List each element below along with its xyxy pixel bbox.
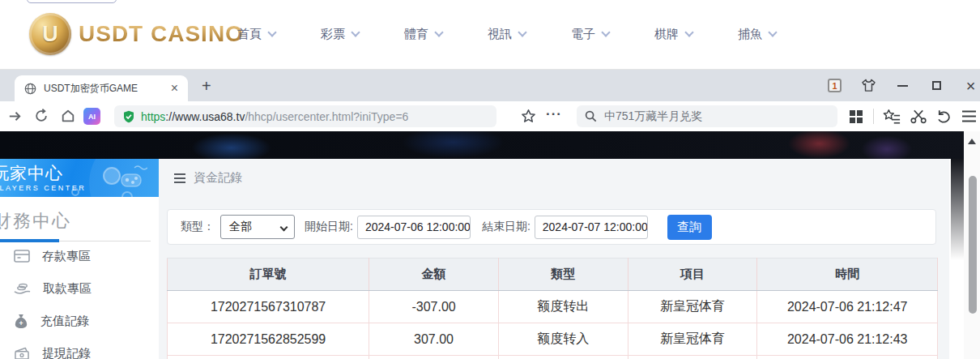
tab-count-badge: 1: [828, 79, 842, 92]
chevron-down-icon: [280, 224, 288, 232]
sidebar-menu: 存款專區 取款專區 + 充值記錄: [0, 240, 159, 359]
type-select[interactable]: 全部: [220, 215, 295, 239]
deco-circle: [71, 188, 79, 196]
nav-item-lottery[interactable]: 彩票: [321, 27, 359, 42]
browser-tab[interactable]: USDT加密货币GAME ×: [15, 75, 188, 101]
apps-grid-icon[interactable]: [849, 109, 863, 124]
deco-circle: [121, 191, 133, 197]
cell-time: 2024-07-06 21:12:47: [757, 291, 938, 323]
skin-theme-button[interactable]: [859, 79, 879, 92]
browser-tabstrip: USDT加密货币GAME × + 1 ×: [0, 70, 980, 101]
menu-hamburger-icon[interactable]: [962, 110, 976, 122]
cell-project: 新皇冠体育: [628, 323, 757, 356]
nav-item-electronic[interactable]: 電子: [571, 27, 609, 42]
tab-close-icon[interactable]: ×: [171, 82, 178, 95]
chevron-down-icon: [684, 28, 693, 36]
window-controls: 1 ×: [824, 70, 980, 101]
scrollbar-up-arrow-icon[interactable]: [968, 139, 976, 144]
cell-type: 额度转出: [498, 291, 628, 323]
type-select-value: 全部: [229, 220, 252, 234]
sidebar-item-withdraw[interactable]: 取款專區: [0, 272, 159, 305]
withdraw-icon: [14, 281, 31, 296]
site-logo[interactable]: U USDT CASINO: [29, 13, 244, 55]
window-maximize-button[interactable]: [927, 81, 947, 90]
new-tab-button[interactable]: +: [202, 78, 211, 94]
nav-label: 首頁: [237, 27, 262, 42]
recharge-record-icon: +: [14, 314, 28, 329]
nav-item-sports[interactable]: 體育: [404, 27, 442, 42]
url-path: /hhcp/usercenter.html?iniType=6: [245, 110, 408, 123]
nav-item-chess[interactable]: 棋牌: [654, 27, 692, 42]
nav-label: 彩票: [321, 27, 345, 42]
withdraw-record-icon: [14, 347, 30, 359]
start-date-label: 開始日期:: [305, 220, 353, 234]
toolbar-separator: [873, 109, 874, 124]
url-text: https://www.usa68.tv/hhcp/usercenter.htm…: [141, 110, 408, 123]
nav-label: 體育: [404, 27, 428, 42]
table-row: 1720271567310787 -307.00 额度转出 新皇冠体育 2024…: [168, 291, 938, 323]
globe-icon: [24, 83, 36, 95]
chevron-down-icon: [351, 28, 360, 36]
player-center-header: 玩家中心 PLAYERS CENTER: [0, 159, 159, 197]
cell-time: 2024-07-06 21:12:43: [757, 323, 938, 356]
bookmark-star-icon[interactable]: [521, 109, 536, 124]
page-banner-image: [0, 131, 964, 159]
logo-text: USDT CASINO: [79, 21, 244, 47]
security-shield-icon[interactable]: [122, 110, 135, 123]
nav-label: 視訊: [488, 27, 512, 42]
window-close-button[interactable]: ×: [961, 78, 980, 94]
maximize-icon: [932, 81, 941, 90]
cut-off-popup: [27, 0, 117, 3]
page-scrollbar[interactable]: [964, 131, 980, 359]
table-row-clipped: [168, 356, 938, 359]
address-bar[interactable]: https://www.usa68.tv/hhcp/usercenter.htm…: [114, 105, 496, 127]
chevron-down-icon: [768, 28, 777, 36]
cell-type: 额度转入: [498, 323, 628, 356]
home-icon[interactable]: [61, 109, 75, 123]
url-host: ://www.usa68.tv: [165, 110, 245, 123]
reload-icon[interactable]: [34, 109, 49, 123]
start-date-input[interactable]: [357, 216, 471, 239]
svg-text:+: +: [19, 318, 23, 327]
favorites-list-icon[interactable]: [883, 109, 901, 124]
minimize-icon: [897, 85, 908, 87]
close-icon: ×: [966, 78, 976, 94]
undo-recent-icon[interactable]: [936, 109, 952, 124]
chevron-down-icon: [434, 28, 443, 36]
page-title: 資金記錄: [174, 170, 242, 186]
sidebar-item-recharge-records[interactable]: + 充值記錄: [0, 305, 159, 337]
chevron-down-icon: [601, 28, 610, 36]
end-date-input[interactable]: [535, 216, 648, 239]
sidebar: 玩家中心 PLAYERS CENTER 財務中心: [0, 159, 159, 359]
col-amount: 金額: [369, 259, 499, 291]
gamepad-icon: [97, 165, 147, 194]
screenshot-scissors-icon[interactable]: [910, 109, 927, 124]
cell-order-number: 1720271562852599: [168, 323, 369, 356]
nav-item-video[interactable]: 視訊: [488, 27, 526, 42]
screen: U USDT CASINO 首頁 彩票 體育 視訊 電子 棋牌 捕魚 USDT加…: [0, 0, 980, 359]
more-actions-icon[interactable]: ···: [546, 106, 562, 122]
nav-item-home[interactable]: 首頁: [237, 27, 275, 42]
ai-assistant-icon[interactable]: AI: [83, 108, 100, 125]
window-minimize-button[interactable]: [893, 85, 913, 87]
sidebar-item-withdrawal-records[interactable]: 提現記錄: [0, 337, 159, 359]
sidebar-item-label: 存款專區: [42, 249, 91, 264]
nav-item-fishing[interactable]: 捕魚: [738, 27, 776, 42]
main-content: 資金記錄 類型： 全部 開始日期: 結束日期: 查詢: [159, 159, 949, 359]
scrollbar-thumb[interactable]: [969, 176, 977, 314]
tab-count-button[interactable]: 1: [824, 79, 845, 92]
browser-search-box[interactable]: [577, 105, 837, 127]
query-button[interactable]: 查詢: [667, 215, 712, 240]
chevron-down-icon: [518, 28, 526, 36]
search-icon: [585, 110, 597, 122]
sidebar-item-deposit[interactable]: 存款專區: [0, 240, 159, 272]
cell-project: 新皇冠体育: [628, 291, 757, 323]
tab-title: USDT加密货币GAME: [44, 82, 164, 96]
filter-bar: 類型： 全部 開始日期: 結束日期: 查詢: [167, 209, 936, 245]
sidebar-item-label: 取款專區: [43, 281, 92, 297]
forward-icon[interactable]: [7, 109, 23, 124]
end-date-label: 結束日期:: [482, 220, 530, 234]
table-header-row: 訂單號 金額 類型 項目 時間: [168, 259, 938, 291]
collapse-menu-icon[interactable]: [174, 173, 185, 183]
search-input[interactable]: [604, 110, 829, 123]
